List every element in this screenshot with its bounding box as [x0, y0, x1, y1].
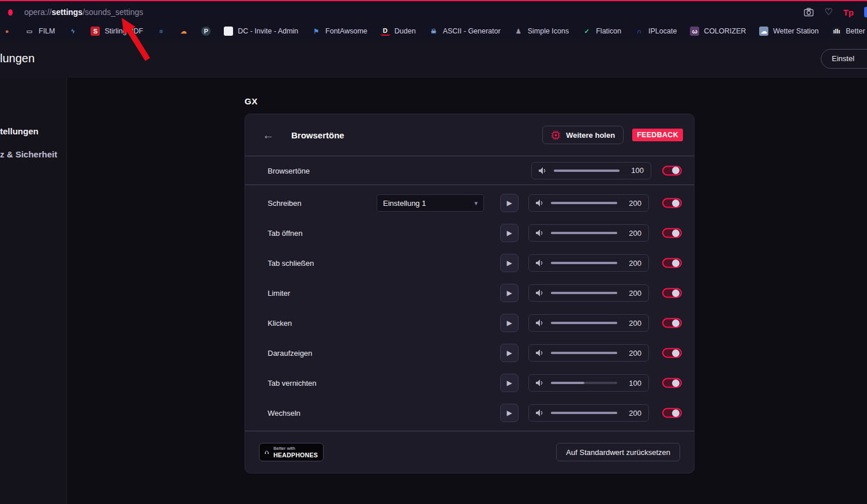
- opera-logo-icon[interactable]: [8, 9, 13, 16]
- bookmark-item[interactable]: ●: [2, 27, 12, 36]
- volume-slider[interactable]: [551, 412, 617, 414]
- bookmark-item[interactable]: S Stirling PDF: [91, 27, 143, 36]
- sidebar-item-privacy-security[interactable]: z & Sicherheit: [0, 149, 66, 161]
- preset-dropdown[interactable]: Einstellung 1 ▾: [377, 194, 484, 212]
- sound-row: Tab schließen ▶ 200: [245, 248, 694, 278]
- play-icon: ▶: [506, 379, 512, 387]
- volume-slider[interactable]: [551, 262, 617, 264]
- master-sound-label: Browsertöne: [268, 166, 310, 175]
- volume-control[interactable]: 200: [528, 314, 649, 332]
- bookmark-item[interactable]: ▭ FILM: [25, 27, 55, 36]
- bookmark-item[interactable]: ıllı Better Uptime: [832, 27, 867, 36]
- volume-slider[interactable]: [551, 202, 617, 204]
- bookmark-item[interactable]: ☁: [179, 27, 188, 36]
- toggle-switch[interactable]: [662, 198, 682, 208]
- bookmark-item[interactable]: ≡: [156, 27, 166, 36]
- bookmark-label: Simple Icons: [528, 27, 569, 35]
- headphones-badge: Better with HEADPHONES: [259, 443, 324, 461]
- volume-icon: [536, 200, 544, 206]
- bookmark-item[interactable]: ⚑ FontAwsome: [311, 27, 367, 36]
- panel-title: Browsertöne: [291, 130, 344, 140]
- volume-control[interactable]: 200: [528, 224, 649, 242]
- volume-control[interactable]: 200: [528, 254, 649, 272]
- play-sound-button[interactable]: ▶: [500, 404, 519, 422]
- bookmark-item[interactable]: P: [201, 27, 211, 36]
- bookmark-item[interactable]: ✓ Flaticon: [582, 27, 621, 36]
- toggle-switch[interactable]: [662, 408, 682, 418]
- volume-slider[interactable]: [551, 322, 617, 324]
- tp-extension-icon[interactable]: Tp: [843, 7, 854, 17]
- toggle-switch[interactable]: [662, 378, 682, 388]
- bookmark-label: Flaticon: [596, 27, 621, 35]
- feedback-button[interactable]: FEEDBACK: [632, 129, 683, 141]
- volume-control[interactable]: 200: [528, 344, 649, 362]
- volume-slider-fill: [551, 382, 584, 384]
- sound-label: Tab vernichten: [268, 379, 317, 388]
- stirling-pdf-icon: S: [91, 27, 100, 36]
- volume-value: 200: [624, 409, 641, 418]
- url-suffix: /sounds_settings: [82, 7, 143, 17]
- play-icon: ▶: [506, 409, 512, 417]
- bookmark-item[interactable]: D Duden: [381, 27, 416, 36]
- toggle-switch[interactable]: [662, 288, 682, 298]
- volume-icon: [536, 230, 544, 236]
- volume-icon: [536, 289, 544, 296]
- volume-icon: [539, 167, 547, 174]
- bookmark-label: Wetter Station: [773, 27, 819, 35]
- master-toggle-switch[interactable]: [662, 166, 682, 175]
- volume-control[interactable]: 200: [528, 284, 649, 302]
- reset-defaults-button[interactable]: Auf Standardwert zurücksetzen: [556, 443, 680, 461]
- volume-value: 200: [624, 199, 641, 208]
- volume-control[interactable]: 200: [528, 404, 649, 422]
- play-sound-button[interactable]: ▶: [500, 224, 519, 242]
- address-bar-actions: ♡ Tp: [804, 7, 859, 17]
- bookmark-item[interactable]: ϟ: [68, 27, 77, 36]
- get-more-sounds-button[interactable]: Weitere holen: [542, 126, 624, 144]
- toggle-knob: [672, 167, 680, 174]
- play-sound-button[interactable]: ▶: [500, 194, 519, 212]
- volume-slider-fill: [551, 202, 617, 204]
- volume-value: 200: [624, 229, 641, 238]
- volume-control[interactable]: 200: [528, 194, 649, 212]
- volume-icon: [536, 259, 544, 266]
- volume-slider-fill: [551, 412, 617, 414]
- toggle-knob: [672, 230, 680, 237]
- bookmark-item[interactable]: ☁ Wetter Station: [759, 27, 819, 36]
- bookmark-item[interactable]: DC - Invite - Admin: [224, 27, 298, 36]
- sidebar-item-basic-settings[interactable]: tellungen: [0, 126, 66, 138]
- volume-slider[interactable]: [551, 292, 617, 294]
- address-bar-url[interactable]: opera://settings/sounds_settings: [24, 7, 143, 17]
- sound-label: Limiter: [268, 289, 290, 298]
- volume-slider[interactable]: [551, 232, 617, 234]
- bookmark-item[interactable]: ∩ IPLocate: [635, 27, 677, 36]
- play-icon: ▶: [506, 229, 512, 237]
- play-sound-button[interactable]: ▶: [500, 344, 519, 362]
- toggle-switch[interactable]: [662, 228, 682, 238]
- sound-row: Tab öffnen ▶ 200: [245, 218, 694, 248]
- master-volume-control[interactable]: 100: [531, 162, 651, 179]
- volume-slider[interactable]: [551, 382, 617, 384]
- snapshot-camera-icon[interactable]: [804, 7, 814, 17]
- volume-control[interactable]: 100: [528, 374, 649, 392]
- bookmark-item[interactable]: ☠ ASCII - Generator: [429, 27, 501, 36]
- toggle-switch[interactable]: [662, 348, 682, 358]
- mods-chip-icon: [551, 130, 561, 140]
- volume-icon: [536, 349, 544, 356]
- play-icon: ▶: [506, 199, 512, 207]
- bookmark-item[interactable]: ω COLORIZER: [690, 27, 746, 36]
- play-sound-button[interactable]: ▶: [500, 284, 519, 302]
- play-sound-button[interactable]: ▶: [500, 374, 519, 392]
- play-sound-button[interactable]: ▶: [500, 314, 519, 332]
- volume-slider[interactable]: [551, 352, 617, 354]
- bookmark-heart-icon[interactable]: ♡: [824, 7, 832, 17]
- toggle-switch[interactable]: [662, 318, 682, 328]
- settings-sidebar: tellungen z & Sicherheit: [0, 78, 67, 504]
- bookmark-item[interactable]: ♟ Simple Icons: [514, 27, 569, 36]
- clipped-extension-icon[interactable]: [864, 7, 867, 17]
- badge-line-1: Better with: [273, 446, 318, 451]
- back-arrow-icon[interactable]: ←: [261, 129, 275, 142]
- play-sound-button[interactable]: ▶: [500, 254, 519, 272]
- volume-slider[interactable]: [554, 170, 620, 172]
- toggle-switch[interactable]: [662, 258, 682, 268]
- search-settings-button[interactable]: Einstel: [821, 49, 867, 69]
